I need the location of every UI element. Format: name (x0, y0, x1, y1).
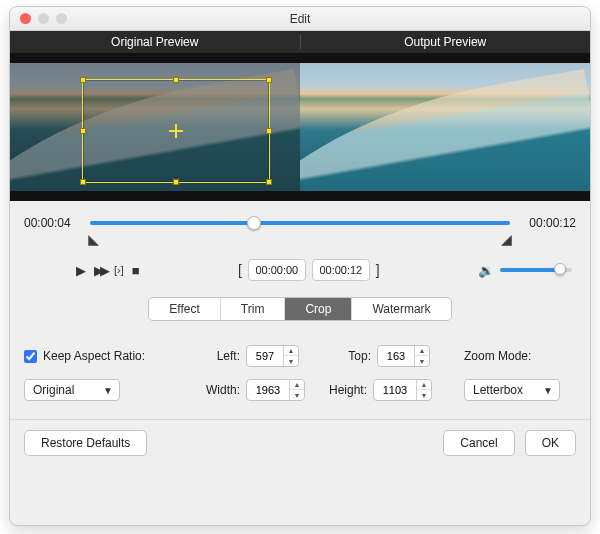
aspect-ratio-select[interactable]: Original ▼ (24, 379, 120, 401)
chevron-down-icon: ▼ (543, 385, 553, 396)
left-stepper: ▲▼ (246, 345, 299, 367)
close-window-icon[interactable] (20, 13, 31, 24)
top-step-up-icon[interactable]: ▲ (415, 346, 429, 356)
crop-center-icon (169, 124, 183, 138)
tab-trim[interactable]: Trim (221, 298, 286, 320)
aspect-ratio-value: Original (33, 383, 74, 397)
tab-watermark[interactable]: Watermark (352, 298, 450, 320)
original-preview-label: Original Preview (10, 35, 301, 49)
ok-button[interactable]: OK (525, 430, 576, 456)
left-step-up-icon[interactable]: ▲ (284, 346, 298, 356)
crop-handle-br[interactable] (266, 179, 272, 185)
restore-defaults-button[interactable]: Restore Defaults (24, 430, 147, 456)
height-step-up-icon[interactable]: ▲ (417, 380, 431, 390)
preview-pane (10, 53, 590, 201)
height-field[interactable] (374, 380, 416, 400)
chevron-down-icon: ▼ (103, 385, 113, 396)
crop-handle-tr[interactable] (266, 77, 272, 83)
height-step-down-icon[interactable]: ▼ (417, 390, 431, 400)
titlebar: Edit (10, 7, 590, 31)
timeline-row: 00:00:04 00:00:12 (24, 213, 576, 233)
volume-slider[interactable] (500, 268, 572, 272)
crop-handle-tl[interactable] (80, 77, 86, 83)
top-step-down-icon[interactable]: ▼ (415, 356, 429, 366)
crop-handle-bl[interactable] (80, 179, 86, 185)
top-stepper: ▲▼ (377, 345, 430, 367)
crop-handle-bc[interactable] (173, 179, 179, 185)
stop-icon[interactable]: ■ (132, 263, 140, 278)
timeline-thumb[interactable] (247, 216, 261, 230)
play-icon[interactable]: ▶ (76, 263, 86, 278)
crop-box[interactable] (82, 79, 270, 183)
height-stepper: ▲▼ (373, 379, 432, 401)
timeline-end-label: 00:00:12 (520, 216, 576, 230)
minimize-window-icon (38, 13, 49, 24)
height-label: Height: (317, 383, 367, 397)
edit-window: Edit Original Preview Output Preview (9, 6, 591, 526)
mode-tabs: Effect Trim Crop Watermark (148, 297, 451, 321)
preview-header: Original Preview Output Preview (10, 31, 590, 53)
left-step-down-icon[interactable]: ▼ (284, 356, 298, 366)
crop-handle-ml[interactable] (80, 128, 86, 134)
keep-aspect-ratio-checkbox[interactable] (24, 350, 37, 363)
next-frame-icon[interactable]: [›] (114, 264, 124, 276)
crop-handle-mr[interactable] (266, 128, 272, 134)
set-out-bracket-icon[interactable]: ] (376, 262, 380, 278)
in-time-field[interactable]: 00:00:00 (248, 259, 306, 281)
window-traffic-lights (20, 13, 67, 24)
cancel-button[interactable]: Cancel (443, 430, 514, 456)
top-field[interactable] (378, 346, 414, 366)
tab-crop[interactable]: Crop (285, 298, 352, 320)
volume-thumb[interactable] (554, 263, 566, 275)
output-preview (300, 53, 590, 201)
width-step-down-icon[interactable]: ▼ (290, 390, 304, 400)
output-preview-label: Output Preview (301, 35, 591, 49)
zoom-mode-value: Letterbox (473, 383, 523, 397)
range-in-marker[interactable]: ◢ (88, 231, 99, 247)
width-step-up-icon[interactable]: ▲ (290, 380, 304, 390)
timeline-slider[interactable] (90, 213, 510, 233)
set-in-bracket-icon[interactable]: [ (238, 262, 242, 278)
footer: Restore Defaults Cancel OK (10, 419, 590, 466)
width-field[interactable] (247, 380, 289, 400)
original-preview[interactable] (10, 53, 300, 201)
range-markers: ◢ ◢ (90, 233, 510, 247)
range-out-marker[interactable]: ◢ (501, 231, 512, 247)
timeline-start-label: 00:00:04 (24, 216, 80, 230)
zoom-window-icon (56, 13, 67, 24)
window-title: Edit (290, 12, 311, 26)
top-label: Top: (325, 349, 371, 363)
keep-aspect-ratio-label: Keep Aspect Ratio: (43, 349, 145, 363)
tab-effect[interactable]: Effect (149, 298, 220, 320)
left-label: Left: (194, 349, 240, 363)
out-time-field[interactable]: 00:00:12 (312, 259, 370, 281)
crop-handle-tc[interactable] (173, 77, 179, 83)
zoom-mode-label: Zoom Mode: (464, 349, 531, 363)
fast-forward-icon[interactable]: ▶▶ (94, 263, 106, 278)
width-stepper: ▲▼ (246, 379, 305, 401)
width-label: Width: (194, 383, 240, 397)
transport-controls: ▶ ▶▶ [›] ■ (76, 263, 140, 278)
left-field[interactable] (247, 346, 283, 366)
zoom-mode-select[interactable]: Letterbox ▼ (464, 379, 560, 401)
volume-icon[interactable]: 🔉 (478, 263, 494, 278)
